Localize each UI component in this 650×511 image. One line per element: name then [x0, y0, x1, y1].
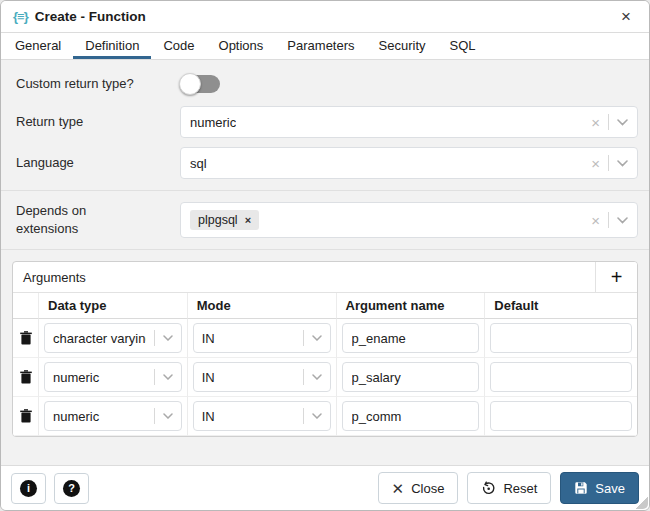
tab-parameters[interactable]: Parameters — [275, 33, 366, 59]
delete-row-button[interactable] — [13, 397, 39, 436]
table-cell: numeric — [39, 358, 188, 397]
section-divider — [1, 249, 649, 250]
argument-name-input[interactable] — [342, 401, 480, 431]
chevron-down-icon[interactable] — [617, 217, 628, 224]
save-button[interactable]: Save — [560, 472, 639, 504]
column-header-argument-name: Argument name — [337, 293, 486, 319]
chevron-down-icon[interactable] — [312, 413, 322, 419]
close-button-label: Close — [411, 481, 444, 496]
table-cell — [337, 319, 486, 358]
delete-row-button[interactable] — [13, 319, 39, 358]
delete-row-button[interactable] — [13, 358, 39, 397]
chevron-down-icon[interactable] — [163, 374, 173, 380]
arguments-header: Arguments + — [13, 262, 637, 293]
tab-general[interactable]: General — [3, 33, 73, 59]
argument-name-input[interactable] — [342, 323, 480, 353]
reset-button-label: Reset — [503, 481, 537, 496]
title-bar: {≡} Create - Function × — [1, 1, 649, 33]
toggle-knob — [179, 73, 201, 95]
reset-button[interactable]: Reset — [467, 472, 551, 504]
trash-icon — [20, 331, 32, 345]
default-value-input[interactable] — [490, 362, 632, 392]
return-type-row: Return type numeric × — [12, 106, 638, 138]
resize-grip[interactable] — [636, 497, 648, 509]
arguments-title: Arguments — [13, 270, 86, 285]
language-label: Language — [12, 154, 180, 172]
table-cell — [337, 358, 486, 397]
indicator-divider — [608, 114, 609, 130]
clear-icon[interactable]: × — [591, 115, 600, 130]
tab-options[interactable]: Options — [207, 33, 276, 59]
data-type-select[interactable]: numeric — [44, 362, 182, 392]
close-icon[interactable]: × — [615, 6, 637, 27]
create-function-dialog: {≡} Create - Function × General Definiti… — [0, 0, 650, 511]
clear-icon[interactable]: × — [591, 156, 600, 171]
chip-remove-icon[interactable]: × — [245, 214, 251, 226]
mode-select[interactable]: IN — [193, 362, 331, 392]
data-type-value: numeric — [53, 370, 146, 385]
clear-icon[interactable]: × — [591, 213, 600, 228]
chevron-down-icon[interactable] — [312, 335, 322, 341]
function-icon: {≡} — [13, 9, 28, 24]
custom-return-type-label: Custom return type? — [12, 75, 180, 93]
default-value-input[interactable] — [490, 323, 632, 353]
trash-icon — [20, 370, 32, 384]
mode-select[interactable]: IN — [193, 323, 331, 353]
sql-help-button[interactable]: i — [11, 473, 46, 504]
data-type-value: character varying — [53, 331, 146, 346]
indicator-divider — [608, 212, 609, 228]
column-header-mode: Mode — [188, 293, 337, 319]
mode-value: IN — [202, 331, 295, 346]
tab-bar: General Definition Code Options Paramete… — [1, 33, 649, 60]
data-type-select[interactable]: numeric — [44, 401, 182, 431]
close-button[interactable]: ✕ Close — [378, 472, 459, 504]
custom-return-type-row: Custom return type? — [12, 75, 638, 93]
selected-extension-chip: plpgsql × — [190, 210, 259, 230]
table-cell — [485, 397, 637, 436]
chevron-down-icon[interactable] — [617, 119, 628, 126]
depends-on-extensions-select[interactable]: plpgsql × × — [180, 202, 638, 238]
arguments-table: Data type Mode Argument name Default cha… — [13, 293, 637, 436]
table-cell: IN — [188, 358, 337, 397]
depends-on-extensions-row: Depends on extensions plpgsql × × — [12, 202, 638, 238]
mode-value: IN — [202, 409, 295, 424]
table-cell — [337, 397, 486, 436]
dialog-help-button[interactable]: ? — [54, 473, 89, 504]
table-cell: IN — [188, 319, 337, 358]
mode-select[interactable]: IN — [193, 401, 331, 431]
mode-value: IN — [202, 370, 295, 385]
column-header-default: Default — [485, 293, 637, 319]
column-header-actions — [13, 293, 39, 319]
chevron-down-icon[interactable] — [163, 413, 173, 419]
table-cell: numeric — [39, 397, 188, 436]
language-select[interactable]: sql × — [180, 147, 638, 179]
language-value: sql — [190, 156, 207, 171]
custom-return-type-toggle[interactable] — [180, 75, 220, 93]
arguments-panel: Arguments + Data type Mode Argument name… — [12, 261, 638, 437]
return-type-label: Return type — [12, 113, 180, 131]
chevron-down-icon[interactable] — [617, 160, 628, 167]
reset-icon — [481, 481, 496, 496]
tab-definition[interactable]: Definition — [73, 33, 151, 59]
dialog-title: Create - Function — [35, 9, 146, 24]
data-type-select[interactable]: character varying — [44, 323, 182, 353]
depends-on-extensions-label: Depends on extensions — [12, 202, 180, 237]
add-argument-button[interactable]: + — [595, 262, 637, 292]
tab-sql[interactable]: SQL — [438, 33, 488, 59]
chevron-down-icon[interactable] — [312, 374, 322, 380]
table-cell — [485, 319, 637, 358]
default-value-input[interactable] — [490, 401, 632, 431]
argument-name-input[interactable] — [342, 362, 480, 392]
chevron-down-icon[interactable] — [163, 335, 173, 341]
table-cell: character varying — [39, 319, 188, 358]
return-type-select[interactable]: numeric × — [180, 106, 638, 138]
tab-code[interactable]: Code — [151, 33, 206, 59]
data-type-value: numeric — [53, 409, 146, 424]
column-header-data-type: Data type — [39, 293, 188, 319]
save-button-label: Save — [595, 481, 625, 496]
language-row: Language sql × — [12, 147, 638, 179]
table-cell — [485, 358, 637, 397]
table-cell: IN — [188, 397, 337, 436]
tab-security[interactable]: Security — [367, 33, 438, 59]
indicator-divider — [608, 155, 609, 171]
